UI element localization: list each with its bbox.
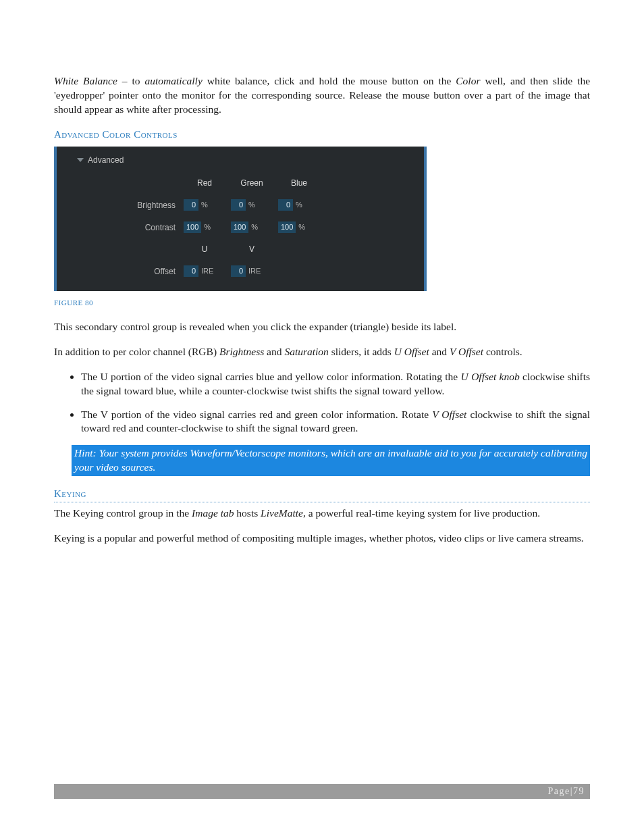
document-page: White Balance – to automatically white b…	[0, 0, 644, 834]
contrast-blue-value[interactable]: 100	[278, 221, 296, 233]
hint-box: Hint: Your system provides Waveform/Vect…	[72, 445, 590, 476]
contrast-blue-cell[interactable]: 100%	[275, 221, 323, 233]
row-contrast-label: Contrast	[77, 222, 181, 233]
figure-caption: FIGURE 80	[54, 298, 590, 308]
footer-page-word: Page	[547, 785, 570, 798]
keying-paragraph-1: The Keying control group in the Image ta…	[54, 506, 590, 521]
row-brightness-label: Brightness	[77, 200, 181, 211]
brightness-green-value[interactable]: 0	[231, 199, 246, 211]
contrast-red-value[interactable]: 100	[184, 221, 201, 233]
u-offset-bullet: The U portion of the video signal carrie…	[81, 370, 590, 398]
row-offset-label: Offset	[77, 266, 181, 277]
offset-u-cell[interactable]: 0IRE	[181, 265, 228, 277]
advanced-panel-figure: Advanced Red Green Blue Brightness 0% 0%…	[54, 147, 427, 291]
automatically-term: automatically	[145, 75, 203, 86]
uv-bullet-list: The U portion of the video signal carrie…	[54, 370, 590, 436]
advanced-panel-header[interactable]: Advanced	[77, 153, 412, 165]
keying-paragraph-2: Keying is a popular and powerful method …	[54, 531, 590, 546]
footer-page-number: 79	[573, 785, 585, 798]
col-red: Red	[181, 178, 228, 188]
color-term: Color	[456, 75, 480, 86]
brightness-red-cell[interactable]: 0%	[181, 199, 228, 211]
advanced-grid: Red Green Blue Brightness 0% 0% 0% Contr…	[77, 178, 412, 277]
after-figure-paragraph: This secondary control group is revealed…	[54, 320, 590, 334]
addition-paragraph: In addition to per color channel (RGB) B…	[54, 345, 590, 359]
page-footer: Page | 79	[54, 784, 590, 799]
brightness-blue-value[interactable]: 0	[278, 199, 293, 211]
contrast-green-value[interactable]: 100	[231, 221, 248, 233]
col-blue: Blue	[275, 178, 323, 188]
col-v: V	[228, 244, 275, 255]
brightness-red-value[interactable]: 0	[184, 199, 198, 211]
advanced-color-controls-heading: Advanced Color Controls	[54, 128, 590, 142]
advanced-panel: Advanced Red Green Blue Brightness 0% 0%…	[54, 147, 427, 291]
keying-heading: Keying	[54, 487, 590, 502]
contrast-green-cell[interactable]: 100%	[228, 221, 275, 233]
brightness-green-cell[interactable]: 0%	[228, 199, 275, 211]
contrast-red-cell[interactable]: 100%	[181, 221, 228, 233]
offset-v-cell[interactable]: 0IRE	[228, 265, 275, 277]
offset-u-value[interactable]: 0	[184, 265, 198, 277]
col-u: U	[181, 244, 228, 255]
expander-triangle-icon[interactable]	[77, 158, 84, 162]
v-offset-bullet: The V portion of the video signal carrie…	[81, 408, 590, 436]
offset-v-value[interactable]: 0	[231, 265, 246, 277]
white-balance-paragraph: White Balance – to automatically white b…	[54, 74, 590, 117]
col-green: Green	[228, 178, 275, 188]
advanced-panel-title: Advanced	[88, 155, 124, 165]
brightness-blue-cell[interactable]: 0%	[275, 199, 323, 211]
white-balance-term: White Balance	[54, 75, 117, 86]
